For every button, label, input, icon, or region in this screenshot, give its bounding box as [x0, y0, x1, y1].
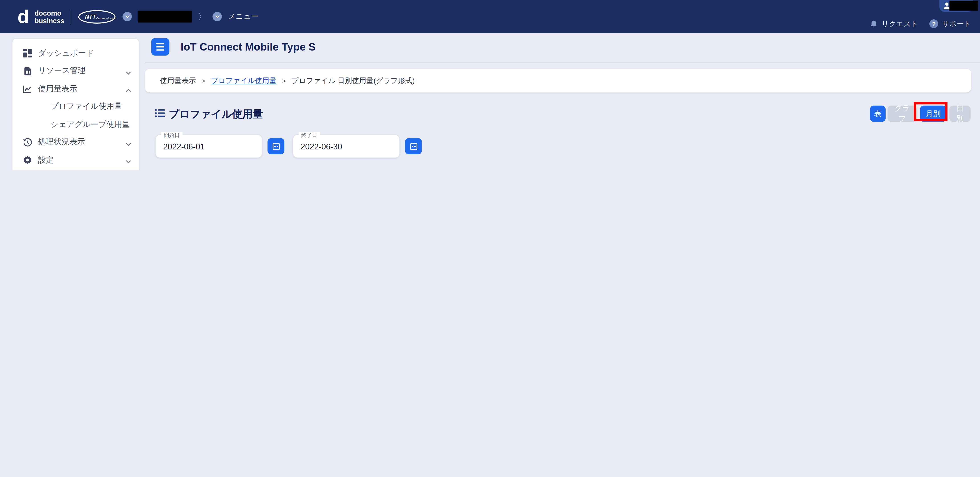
breadcrumb: 使用量表示 > プロファイル使用量 > プロファイル 日別使用量(グラフ形式): [145, 69, 971, 93]
start-date-field[interactable]: 開始日 2022-06-01: [155, 134, 262, 158]
dashboard-icon: [22, 48, 32, 58]
svg-text:NTT: NTT: [85, 13, 97, 20]
chevron-down-icon: [126, 139, 131, 148]
sidebar-item-usage-display[interactable]: 使用量表示: [13, 80, 139, 98]
svg-text:Communications: Communications: [96, 16, 116, 20]
start-date-value: 2022-06-01: [163, 135, 205, 157]
calendar-icon: [272, 143, 280, 150]
chevron-up-icon: [126, 86, 131, 94]
daily-view-button[interactable]: 日別: [949, 105, 970, 122]
sidebar-toggle-button[interactable]: [151, 38, 169, 56]
breadcrumb-profile-usage-link[interactable]: プロファイル使用量: [211, 76, 277, 85]
page: d docomo business NTT Communications 〉: [0, 0, 980, 170]
sidebar-navigation: ダッシュボード リソース管理 使用量表示 プロファイル使用量 シェアグループ使用…: [13, 39, 139, 170]
chevron-down-icon: [126, 68, 131, 76]
question-icon: ?: [929, 19, 938, 28]
logo-divider: [71, 9, 71, 24]
sidebar-item-settings[interactable]: 設定: [13, 151, 139, 169]
page-title: プロファイル使用量: [169, 108, 263, 121]
top-navigation-bar: d docomo business NTT Communications 〉: [0, 0, 980, 33]
sim-card-icon: [22, 66, 32, 76]
account-chevron-icon[interactable]: [123, 12, 132, 21]
calendar-icon: [410, 143, 417, 150]
docomo-d-logo: d: [18, 8, 29, 25]
sidebar-item-share-group-usage[interactable]: シェアグループ使用量: [13, 116, 139, 134]
list-icon: [155, 109, 165, 120]
app-title: IoT Connect Mobile Type S: [181, 41, 316, 54]
start-date-calendar-button[interactable]: [267, 138, 285, 154]
chevron-down-icon: [126, 157, 131, 165]
sidebar-item-dashboard[interactable]: ダッシュボード: [13, 45, 139, 62]
chart-line-icon: [22, 84, 32, 94]
breadcrumb-usage-display: 使用量表示: [160, 76, 196, 85]
breadcrumb-current-page: プロファイル 日別使用量(グラフ形式): [291, 76, 415, 85]
end-date-calendar-button[interactable]: [405, 138, 422, 154]
gear-icon: [22, 155, 32, 165]
end-date-value: 2022-06-30: [301, 135, 342, 157]
bell-icon: [870, 20, 878, 28]
graph-view-button[interactable]: グラフ: [888, 105, 917, 122]
sidebar-item-profile-usage[interactable]: プロファイル使用量: [13, 98, 139, 116]
topbar-separator: 〉: [198, 11, 206, 22]
sidebar-item-resource-management[interactable]: リソース管理: [13, 62, 139, 80]
menu-chevron-icon[interactable]: [213, 12, 222, 21]
monthly-view-button[interactable]: 月別: [920, 105, 947, 122]
sidebar-item-processing-status[interactable]: 処理状況表示: [13, 134, 139, 151]
docomo-business-logo: docomo business: [35, 9, 64, 24]
table-view-button[interactable]: 表: [870, 105, 886, 122]
ntt-communications-logo: NTT Communications: [78, 9, 116, 24]
end-date-field[interactable]: 終了日 2022-06-30: [293, 134, 400, 158]
redacted-tenant-name: [138, 11, 192, 22]
user-account-chip[interactable]: [939, 0, 973, 12]
breadcrumb-separator: >: [282, 77, 286, 84]
redacted-user-name: [949, 1, 978, 11]
history-clock-icon: [22, 137, 32, 148]
requests-link[interactable]: リクエスト: [870, 19, 918, 29]
breadcrumb-separator: >: [202, 77, 205, 84]
header-divider: [145, 63, 980, 63]
menu-label[interactable]: メニュー: [228, 12, 259, 21]
support-link[interactable]: ? サポート: [929, 19, 971, 29]
